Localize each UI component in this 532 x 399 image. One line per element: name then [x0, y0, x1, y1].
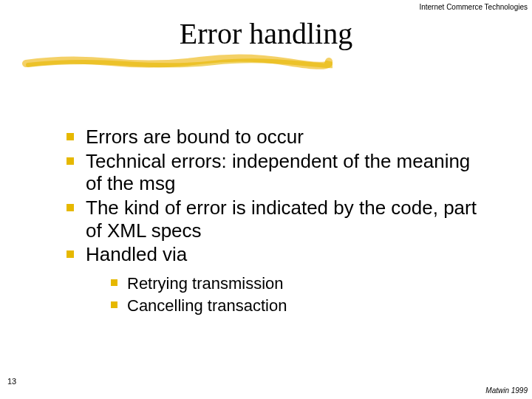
content-area: Errors are bound to occur Technical erro… [65, 126, 479, 317]
bullet-text: Cancelling transaction [127, 296, 287, 315]
list-item: Cancelling transaction [109, 296, 479, 316]
bullet-text: Errors are bound to occur [86, 126, 304, 148]
list-item: Retrying transmission [109, 273, 479, 294]
bullet-text: Technical errors: independent of the mea… [86, 150, 470, 195]
list-item: Errors are bound to occur [65, 126, 479, 149]
list-item: The kind of error is indicated by the co… [65, 197, 479, 242]
title-underline [22, 53, 332, 69]
slide-title: Error handling [0, 16, 532, 51]
bullet-text: Retrying transmission [127, 274, 284, 293]
bullet-text: Handled via [86, 243, 187, 265]
sub-bullet-list: Retrying transmission Cancelling transac… [109, 273, 479, 316]
list-item: Handled via [65, 243, 479, 266]
main-bullet-list: Errors are bound to occur Technical erro… [65, 126, 479, 266]
page-number: 13 [7, 377, 16, 386]
footer-credit: Matwin 1999 [485, 386, 528, 395]
list-item: Technical errors: independent of the mea… [65, 150, 479, 195]
bullet-text: The kind of error is indicated by the co… [86, 197, 477, 242]
course-header: Internet Commerce Technologies [419, 3, 528, 11]
